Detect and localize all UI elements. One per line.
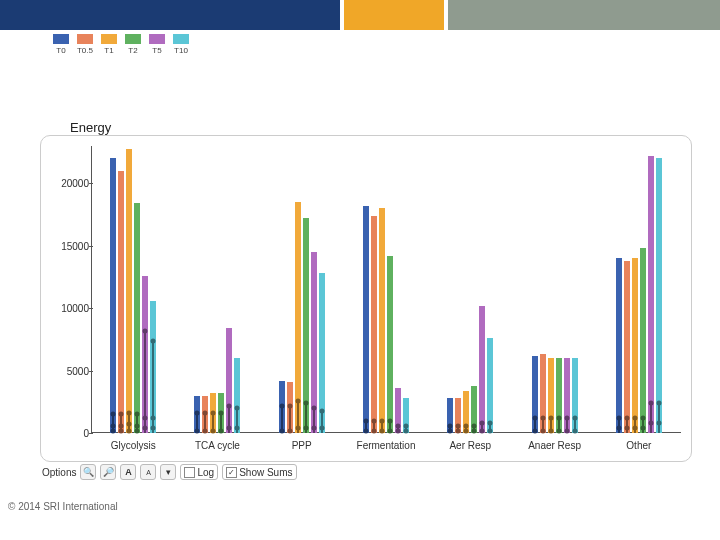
x-axis-line <box>91 432 681 433</box>
header-block <box>344 0 444 30</box>
chart-data-point <box>127 422 132 427</box>
chart-data-point <box>388 428 393 433</box>
chart-data-point <box>127 411 132 416</box>
chart-data-point <box>540 416 545 421</box>
chart-data-point <box>364 428 369 433</box>
header-block <box>448 0 720 30</box>
chart-data-point <box>211 428 216 433</box>
chart-data-point <box>640 416 645 421</box>
zoom-in-icon: 🔍 <box>83 467 94 477</box>
font-increase-button[interactable]: A <box>120 464 136 480</box>
chart-data-point <box>648 401 653 406</box>
chart-data-point <box>640 426 645 431</box>
font-decrease-button[interactable]: A <box>140 464 156 480</box>
chart-data-point <box>319 408 324 413</box>
y-axis-tick-label: 10000 <box>61 303 89 314</box>
y-axis-tick-label: 15000 <box>61 240 89 251</box>
chart-data-point <box>111 428 116 433</box>
chart-data-point <box>488 421 493 426</box>
chart-data-point <box>279 403 284 408</box>
chart-plot-area <box>91 146 681 433</box>
zoom-out-button[interactable]: 🔎 <box>100 464 116 480</box>
chart-data-point <box>219 411 224 416</box>
chart-data-point <box>456 428 461 433</box>
chart-container: 05000100001500020000GlycolysisTCA cycleP… <box>40 135 692 462</box>
chart-data-point <box>540 428 545 433</box>
chart-data-point <box>311 426 316 431</box>
slide-header <box>0 0 720 30</box>
chart-bar <box>640 248 646 433</box>
chart-bar <box>371 216 377 433</box>
chart-data-point <box>616 416 621 421</box>
chart-data-point <box>648 421 653 426</box>
chart-data-point <box>151 416 156 421</box>
chart-data-point <box>480 428 485 433</box>
chart-data-point <box>364 418 369 423</box>
chart-data-point <box>279 428 284 433</box>
legend-label: T0 <box>56 46 65 55</box>
chart-data-point <box>372 418 377 423</box>
chart-data-point <box>319 426 324 431</box>
chart-data-point <box>211 411 216 416</box>
chart-data-point <box>119 412 124 417</box>
chart-data-point <box>556 416 561 421</box>
chart-data-point <box>480 421 485 426</box>
chart-data-point <box>564 416 569 421</box>
chart-data-point <box>151 338 156 343</box>
x-axis-tick-label: Fermentation <box>357 440 416 451</box>
chart-data-point <box>219 428 224 433</box>
chart-bar <box>363 206 369 433</box>
y-tick <box>89 246 93 247</box>
header-block <box>0 0 340 30</box>
legend-swatch <box>125 34 141 44</box>
checkbox-icon: ✓ <box>226 467 237 478</box>
chart-data-point <box>472 428 477 433</box>
chart-data-point <box>388 418 393 423</box>
chart-data-point <box>303 401 308 406</box>
chart-bar <box>110 158 116 433</box>
chart-data-point <box>532 428 537 433</box>
chart-bar <box>624 261 630 433</box>
chart-data-point <box>624 426 629 431</box>
chart-data-point <box>532 416 537 421</box>
legend-label: T5 <box>152 46 161 55</box>
legend-swatch <box>53 34 69 44</box>
x-axis-tick-label: TCA cycle <box>195 440 240 451</box>
series-legend: T0T0.5T1T2T5T10 <box>50 34 192 55</box>
show-sums-toggle[interactable]: ✓ Show Sums <box>222 464 296 480</box>
legend-item: T2 <box>122 34 144 55</box>
chart-data-point <box>135 428 140 433</box>
log-scale-toggle[interactable]: Log <box>180 464 218 480</box>
chart-data-point <box>143 328 148 333</box>
chart-data-point <box>295 398 300 403</box>
chart-bar <box>632 258 638 433</box>
chart-data-point <box>311 406 316 411</box>
y-axis-tick-label: 20000 <box>61 178 89 189</box>
checkbox-icon <box>184 467 195 478</box>
chart-bar <box>616 258 622 433</box>
chart-data-point <box>572 416 577 421</box>
chart-data-point <box>380 418 385 423</box>
zoom-in-button[interactable]: 🔍 <box>80 464 96 480</box>
y-tick <box>89 183 93 184</box>
chart-data-point <box>564 428 569 433</box>
export-menu-button[interactable]: ▾ <box>160 464 176 480</box>
options-label: Options <box>42 467 76 478</box>
chart-data-point <box>203 428 208 433</box>
chart-data-point <box>548 416 553 421</box>
chart-data-point <box>656 401 661 406</box>
chart-data-point <box>227 426 232 431</box>
chart-data-point <box>372 428 377 433</box>
chart-data-point <box>303 426 308 431</box>
chart-data-point <box>195 428 200 433</box>
chart-data-point <box>396 428 401 433</box>
x-axis-tick-label: Anaer Resp <box>528 440 581 451</box>
x-axis-tick-label: PPP <box>292 440 312 451</box>
legend-item: T1 <box>98 34 120 55</box>
chart-data-point <box>235 406 240 411</box>
legend-swatch <box>173 34 189 44</box>
chart-data-point <box>287 403 292 408</box>
chart-data-point <box>143 416 148 421</box>
chart-data-point <box>151 426 156 431</box>
copyright-text: © 2014 SRI International <box>8 501 118 512</box>
